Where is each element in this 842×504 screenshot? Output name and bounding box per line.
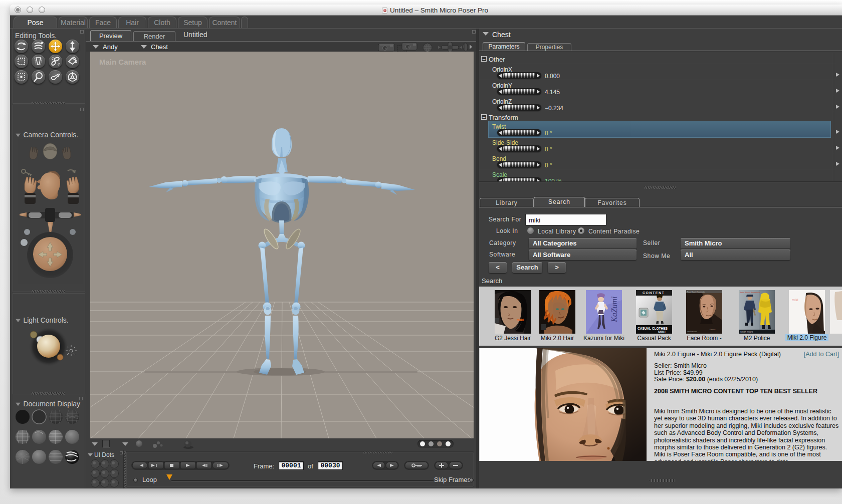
svg-text:smith micro: smith micro: [740, 330, 753, 333]
svg-text:smithmicro: smithmicro: [687, 330, 697, 333]
svg-text:CASUAL CLOTHES: CASUAL CLOTHES: [638, 327, 668, 330]
svg-text:miki: miki: [517, 318, 524, 322]
svg-text:miki: miki: [792, 298, 798, 302]
svg-text:KaZumi: KaZumi: [610, 296, 618, 323]
svg-text:James: James: [709, 328, 716, 331]
svg-text:MIKI: MIKI: [658, 330, 666, 334]
svg-text:Extra Street Essentials: Extra Street Essentials: [740, 291, 760, 294]
svg-text:CONTENT: CONTENT: [643, 291, 665, 295]
svg-text:Face Room Essentials: Face Room Essentials: [687, 291, 705, 293]
